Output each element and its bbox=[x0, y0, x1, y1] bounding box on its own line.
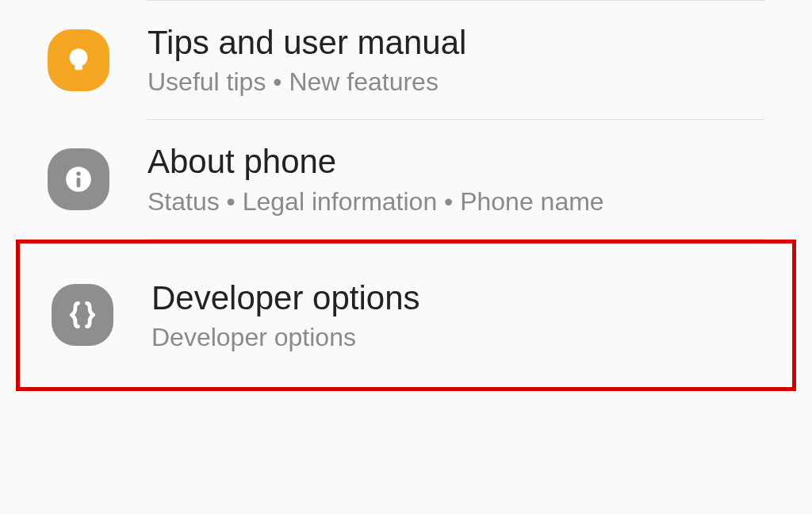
settings-item-subtitle: Status • Legal information • Phone name bbox=[147, 187, 604, 217]
braces-icon bbox=[52, 284, 113, 346]
settings-item-title: Developer options bbox=[151, 278, 420, 318]
settings-item-text: Tips and user manual Useful tips • New f… bbox=[147, 23, 466, 97]
lightbulb-icon bbox=[48, 29, 109, 91]
info-icon bbox=[48, 148, 109, 210]
svg-rect-4 bbox=[77, 178, 81, 188]
settings-item-developer-options[interactable]: Developer options Developer options bbox=[20, 250, 792, 381]
settings-item-text: Developer options Developer options bbox=[151, 278, 420, 352]
settings-list: Tips and user manual Useful tips • New f… bbox=[0, 0, 812, 391]
svg-rect-1 bbox=[75, 66, 83, 70]
settings-item-title: Tips and user manual bbox=[147, 23, 466, 63]
settings-item-text: About phone Status • Legal information •… bbox=[147, 142, 604, 216]
settings-item-about-phone[interactable]: About phone Status • Legal information •… bbox=[16, 120, 796, 238]
settings-item-subtitle: Developer options bbox=[151, 323, 420, 352]
highlight-box: Developer options Developer options bbox=[16, 240, 796, 391]
svg-point-0 bbox=[70, 48, 88, 67]
svg-point-3 bbox=[76, 171, 80, 175]
settings-item-subtitle: Useful tips • New features bbox=[147, 67, 466, 97]
settings-item-tips[interactable]: Tips and user manual Useful tips • New f… bbox=[16, 1, 796, 119]
settings-item-title: About phone bbox=[147, 142, 604, 182]
